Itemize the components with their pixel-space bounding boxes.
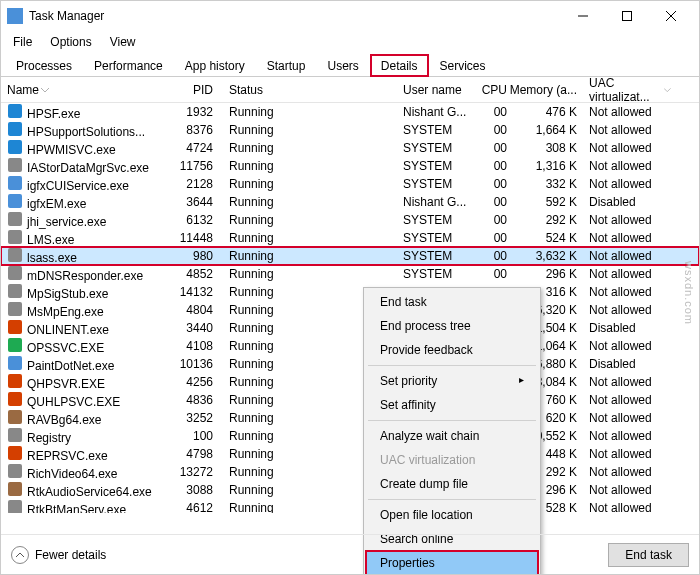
cell-pid: 11448	[167, 231, 213, 245]
table-row[interactable]: MpSigStub.exe14132Running316 KNot allowe…	[1, 283, 699, 301]
app-icon	[7, 500, 23, 514]
ctx-open-location[interactable]: Open file location	[366, 503, 538, 527]
cell-uac: Not allowed	[577, 483, 671, 497]
cell-pid: 980	[167, 249, 213, 263]
tab-apphistory[interactable]: App history	[174, 54, 256, 77]
cell-uac: Not allowed	[577, 339, 671, 353]
cell-pid: 4612	[167, 501, 213, 513]
minimize-button[interactable]	[561, 2, 605, 30]
chevron-up-icon	[11, 546, 29, 564]
svg-rect-12	[8, 248, 22, 262]
cell-uac: Not allowed	[577, 123, 671, 137]
menu-file[interactable]: File	[5, 33, 40, 51]
table-row[interactable]: Registry100Running10,552 KNot allowed	[1, 427, 699, 445]
table-row[interactable]: mDNSResponder.exe4852RunningSYSTEM00296 …	[1, 265, 699, 283]
table-row[interactable]: ONLINENT.exe3440Running1,504 KDisabled	[1, 319, 699, 337]
cell-name: LMS.exe	[27, 233, 74, 247]
app-icon	[7, 266, 23, 280]
app-icon	[7, 158, 23, 172]
close-button[interactable]	[649, 2, 693, 30]
table-row[interactable]: RichVideo64.exe13272Running292 KNot allo…	[1, 463, 699, 481]
cell-name: HPSupportSolutions...	[27, 125, 145, 139]
cell-cpu: 00	[475, 141, 507, 155]
cell-mem: 524 K	[507, 231, 577, 245]
table-row[interactable]: igfxEM.exe3644RunningNishant G...00592 K…	[1, 193, 699, 211]
table-row[interactable]: jhi_service.exe6132RunningSYSTEM00292 KN…	[1, 211, 699, 229]
app-icon	[7, 338, 23, 352]
cell-name: RichVideo64.exe	[27, 467, 118, 481]
tab-services[interactable]: Services	[429, 54, 497, 77]
col-pid[interactable]: PID	[167, 83, 213, 97]
tab-processes[interactable]: Processes	[5, 54, 83, 77]
table-row[interactable]: lsass.exe980RunningSYSTEM003,632 KNot al…	[1, 247, 699, 265]
cell-pid: 3252	[167, 411, 213, 425]
table-row[interactable]: QUHLPSVC.EXE4836Running760 KNot allowed	[1, 391, 699, 409]
col-user[interactable]: User name	[403, 83, 475, 97]
svg-rect-8	[8, 176, 22, 190]
col-status[interactable]: Status	[213, 83, 403, 97]
cell-pid: 3088	[167, 483, 213, 497]
process-list[interactable]: HPSF.exe1932RunningNishant G...00476 KNo…	[1, 103, 699, 513]
svg-rect-5	[8, 122, 22, 136]
ctx-dump[interactable]: Create dump file	[366, 472, 538, 496]
cell-user: SYSTEM	[403, 159, 475, 173]
svg-rect-20	[8, 392, 22, 406]
col-uac[interactable]: UAC virtualizat...	[577, 76, 671, 104]
ctx-end-tree[interactable]: End process tree	[366, 314, 538, 338]
tab-startup[interactable]: Startup	[256, 54, 317, 77]
col-mem[interactable]: Memory (a...	[507, 83, 577, 97]
tab-details[interactable]: Details	[370, 54, 429, 77]
cell-name: RtkAudioService64.exe	[27, 485, 152, 499]
cell-pid: 3440	[167, 321, 213, 335]
table-row[interactable]: RtkBtManServ.exe4612Running528 KNot allo…	[1, 499, 699, 513]
cell-uac: Disabled	[577, 321, 671, 335]
table-row[interactable]: RAVBg64.exe3252Running620 KNot allowed	[1, 409, 699, 427]
dropdown-icon	[664, 86, 671, 94]
table-row[interactable]: QHPSVR.EXE4256Running3,084 KNot allowed	[1, 373, 699, 391]
svg-rect-13	[8, 266, 22, 280]
maximize-button[interactable]	[605, 2, 649, 30]
table-row[interactable]: REPRSVC.exe4798Running448 KNot allowed	[1, 445, 699, 463]
table-row[interactable]: MsMpEng.exe4804Running6,320 KNot allowed	[1, 301, 699, 319]
table-row[interactable]: LMS.exe11448RunningSYSTEM00524 KNot allo…	[1, 229, 699, 247]
menu-options[interactable]: Options	[42, 33, 99, 51]
app-icon	[7, 194, 23, 208]
cell-mem: 296 K	[507, 267, 577, 281]
table-row[interactable]: RtkAudioService64.exe3088Running296 KNot…	[1, 481, 699, 499]
svg-rect-7	[8, 158, 22, 172]
table-row[interactable]: igfxCUIService.exe2128RunningSYSTEM00332…	[1, 175, 699, 193]
svg-rect-17	[8, 338, 22, 352]
table-row[interactable]: PaintDotNet.exe10136Running36,880 KDisab…	[1, 355, 699, 373]
table-row[interactable]: OPSSVC.EXE4108Running1,064 KNot allowed	[1, 337, 699, 355]
app-icon	[7, 410, 23, 424]
cell-status: Running	[213, 195, 403, 209]
cell-uac: Disabled	[577, 195, 671, 209]
ctx-set-affinity[interactable]: Set affinity	[366, 393, 538, 417]
cell-uac: Not allowed	[577, 285, 671, 299]
col-name[interactable]: Name	[7, 83, 167, 97]
tab-users[interactable]: Users	[316, 54, 369, 77]
ctx-analyze[interactable]: Analyze wait chain	[366, 424, 538, 448]
fewer-details-button[interactable]: Fewer details	[11, 546, 106, 564]
app-icon	[7, 320, 23, 334]
app-icon	[7, 104, 23, 118]
ctx-feedback[interactable]: Provide feedback	[366, 338, 538, 362]
tab-performance[interactable]: Performance	[83, 54, 174, 77]
col-cpu[interactable]: CPU	[475, 83, 507, 97]
cell-uac: Not allowed	[577, 141, 671, 155]
end-task-button[interactable]: End task	[608, 543, 689, 567]
table-row[interactable]: IAStorDataMgrSvc.exe11756RunningSYSTEM00…	[1, 157, 699, 175]
app-icon	[7, 302, 23, 316]
svg-rect-22	[8, 428, 22, 442]
cell-name: QUHLPSVC.EXE	[27, 395, 120, 409]
menu-view[interactable]: View	[102, 33, 144, 51]
cell-pid: 1932	[167, 105, 213, 119]
app-icon	[7, 374, 23, 388]
table-row[interactable]: HPWMISVC.exe4724RunningSYSTEM00308 KNot …	[1, 139, 699, 157]
table-row[interactable]: HPSF.exe1932RunningNishant G...00476 KNo…	[1, 103, 699, 121]
app-icon	[7, 212, 23, 226]
cell-uac: Not allowed	[577, 231, 671, 245]
table-row[interactable]: HPSupportSolutions...8376RunningSYSTEM00…	[1, 121, 699, 139]
ctx-end-task[interactable]: End task	[366, 290, 538, 314]
ctx-set-priority[interactable]: Set priority	[366, 369, 538, 393]
